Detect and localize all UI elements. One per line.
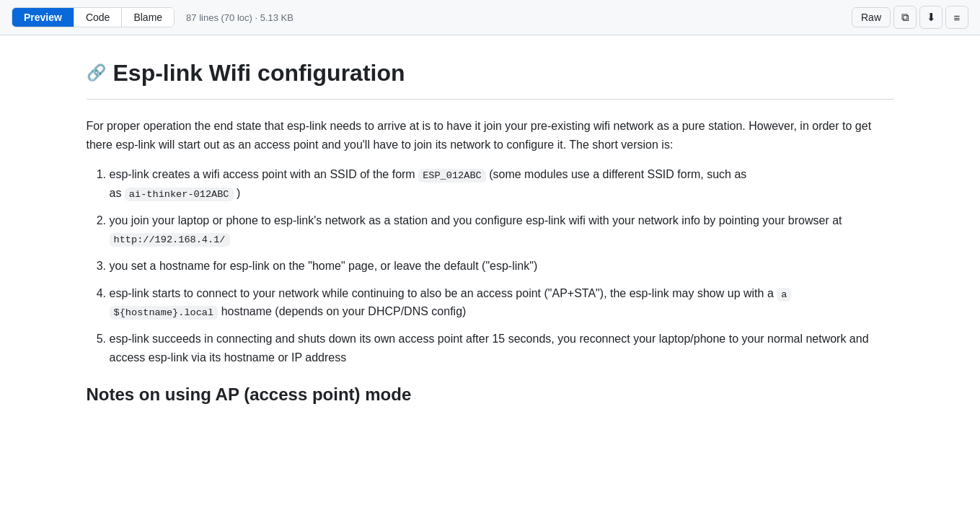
lines-icon: ≡ — [954, 12, 961, 24]
steps-list: esp-link creates a wifi access point wit… — [87, 165, 894, 366]
tab-code[interactable]: Code — [74, 8, 122, 27]
list-item: you set a hostname for esp-link on the "… — [110, 257, 894, 276]
item2-code1: http://192.168.4.1/ — [110, 233, 230, 247]
list-item: you join your laptop or phone to esp-lin… — [110, 211, 894, 248]
lines-button[interactable]: ≡ — [945, 6, 968, 29]
tab-preview[interactable]: Preview — [12, 8, 74, 27]
page-title: Esp-link Wifi configuration — [113, 58, 405, 87]
intro-paragraph: For proper operation the end state that … — [87, 117, 894, 154]
list-item: esp-link succeeds in connecting and shut… — [110, 330, 894, 366]
item2-text-before: you join your laptop or phone to esp-lin… — [110, 214, 842, 227]
item1-text-middle: (some modules use a different SSID form,… — [486, 168, 747, 180]
heading-anchor-icon[interactable]: 🔗 — [87, 63, 106, 82]
notes-heading: Notes on using AP (access point) mode — [87, 384, 894, 405]
item1-text-after: ) — [234, 187, 241, 199]
raw-button[interactable]: Raw — [852, 7, 891, 27]
tab-blame[interactable]: Blame — [122, 8, 174, 27]
file-info: 87 lines (70 loc) · 5.13 KB — [186, 12, 852, 23]
page-heading: 🔗 Esp-link Wifi configuration — [87, 58, 894, 87]
item1-code2: ai-thinker-012ABC — [125, 188, 234, 201]
item1-as-label: as — [110, 187, 125, 199]
item3-text: you set a hostname for esp-link on the "… — [110, 260, 538, 272]
item4-text-after: hostname (depends on your DHCP/DNS confi… — [218, 305, 466, 317]
item4-text-before: esp-link starts to connect to your netwo… — [110, 287, 777, 299]
heading-divider — [87, 99, 894, 100]
download-icon: ⬇ — [927, 11, 936, 24]
content-area: 🔗 Esp-link Wifi configuration For proper… — [58, 35, 923, 428]
item1-code1: ESP_012ABC — [418, 169, 486, 183]
item4-code2: ${hostname}.local — [110, 306, 218, 320]
copy-button[interactable]: ⧉ — [893, 6, 917, 29]
list-item: esp-link starts to connect to your netwo… — [110, 284, 894, 322]
toolbar: Preview Code Blame 87 lines (70 loc) · 5… — [0, 0, 980, 35]
tab-group: Preview Code Blame — [12, 7, 175, 27]
list-item: esp-link creates a wifi access point wit… — [110, 165, 894, 203]
copy-icon: ⧉ — [901, 11, 909, 24]
download-button[interactable]: ⬇ — [919, 6, 943, 29]
item4-code1: a — [777, 288, 791, 302]
item5-text: esp-link succeeds in connecting and shut… — [110, 333, 869, 364]
toolbar-actions: Raw ⧉ ⬇ ≡ — [852, 6, 968, 29]
item1-text-before: esp-link creates a wifi access point wit… — [110, 168, 419, 180]
